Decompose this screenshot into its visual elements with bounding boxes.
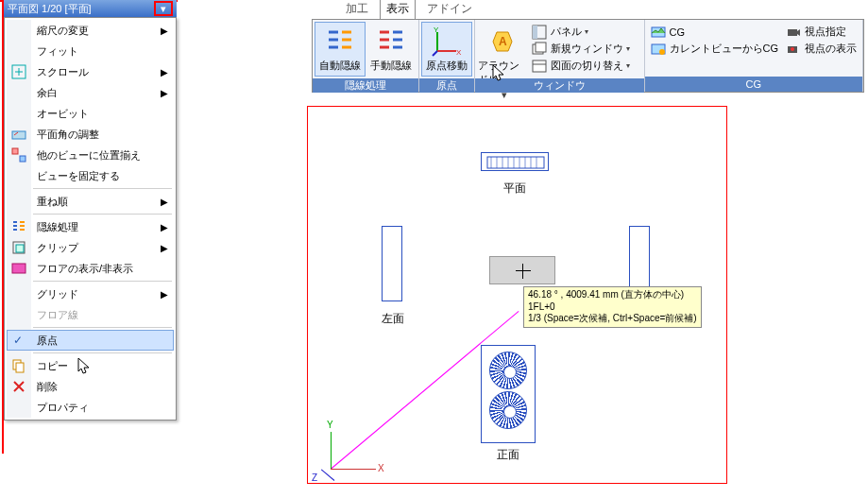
unit-plan-view: [481, 152, 549, 171]
panel-button[interactable]: パネル▾: [532, 24, 630, 40]
axis-z-label: Z: [312, 472, 317, 483]
menu-orbit[interactable]: オービット: [7, 103, 174, 124]
group-cg-label: CG: [645, 77, 863, 92]
around-view-button[interactable]: A アラウンドビュー▾: [477, 22, 528, 77]
group-window-label: ウィンドウ: [475, 78, 644, 93]
drawing-canvas[interactable]: 平面 左面 右面 46.18 ° , 4009.41 mm (直方体の中心) 1…: [307, 106, 727, 484]
unit-front-view: [481, 345, 536, 443]
menu-grid[interactable]: グリッド▶: [7, 283, 174, 304]
svg-point-19: [659, 49, 665, 55]
axis-x-label: X: [378, 463, 384, 473]
panel-icon: [532, 25, 547, 40]
menu-scale-change[interactable]: 縮尺の変更▶: [7, 20, 174, 41]
svg-rect-15: [536, 43, 546, 52]
manual-hidden-line-icon: [376, 26, 406, 57]
plan-label: 平面: [496, 180, 534, 197]
view-title-dropdown[interactable]: ▾: [154, 1, 173, 16]
auto-hidden-line-icon: [325, 26, 355, 57]
current-view-to-cg-button[interactable]: カレントビューからCG: [651, 41, 779, 57]
tab-display[interactable]: 表示: [380, 0, 416, 19]
axis-z: [321, 470, 334, 481]
camera-icon: [786, 25, 801, 40]
switch-icon: [532, 59, 547, 74]
viewpoint-spec-button[interactable]: 視点指定: [786, 24, 857, 40]
tab-processing[interactable]: 加工: [340, 0, 374, 19]
cg-icon: [651, 25, 666, 40]
menu-origin[interactable]: ✓ 原点: [7, 330, 174, 351]
menu-lock-view[interactable]: ビューを固定する: [7, 165, 174, 186]
menu-plan-angle[interactable]: 平面角の調整: [7, 124, 174, 145]
cg-button[interactable]: CG: [651, 24, 779, 40]
hidden-line-icon: [11, 219, 26, 234]
left-label: 左面: [374, 311, 412, 327]
tab-addin[interactable]: アドイン: [421, 0, 478, 19]
ribbon: 自動隠線▾ 手動隠線▾ 隠線処理 YX 原点移動 原点: [312, 19, 864, 93]
move-origin-icon: YX: [432, 26, 462, 57]
view-context-menu: 縮尺の変更▶ フィット スクロール▶ 余白▶ オービット 平面角の調整 他のビュ…: [4, 17, 177, 421]
scroll-icon: [11, 64, 26, 79]
move-origin-button[interactable]: YX 原点移動: [421, 22, 472, 77]
delete-icon: [11, 379, 26, 394]
current-view-cg-icon: [651, 42, 666, 57]
camera-eye-icon: [786, 42, 801, 57]
svg-rect-13: [533, 26, 537, 39]
menu-z-order[interactable]: 重ね順▶: [7, 191, 174, 212]
view-title: 平面図 1/20 [平面]: [8, 2, 92, 16]
svg-text:X: X: [456, 48, 462, 57]
group-origin-label: 原点: [419, 78, 474, 93]
crosshair-icon: [519, 267, 527, 275]
auto-hidden-line-button[interactable]: 自動隠線▾: [315, 22, 366, 77]
switch-drawing-button[interactable]: 図面の切り替え▾: [532, 58, 630, 74]
align-icon: [11, 147, 26, 163]
manual-hidden-line-button[interactable]: 手動隠線▾: [366, 22, 417, 77]
angle-icon: [11, 127, 26, 142]
check-icon: ✓: [13, 334, 23, 347]
menu-margin[interactable]: 余白▶: [7, 82, 174, 103]
menu-fit[interactable]: フィット: [7, 41, 174, 61]
floor-icon: [11, 261, 26, 276]
menu-scroll[interactable]: スクロール▶: [7, 61, 174, 82]
clip-icon: [11, 240, 26, 255]
svg-rect-6: [12, 264, 26, 273]
view-title-bar: 平面図 1/20 [平面] ▾: [4, 0, 177, 17]
svg-text:A: A: [499, 35, 507, 48]
around-view-icon: A: [487, 26, 518, 57]
svg-text:Y: Y: [434, 26, 439, 34]
svg-rect-16: [533, 60, 546, 72]
menu-properties[interactable]: プロパティ: [7, 397, 174, 418]
copy-icon: [11, 358, 26, 373]
unit-left-view: [382, 226, 402, 301]
menu-align-views[interactable]: 他のビューに位置揃え: [7, 145, 174, 165]
axis-x: [331, 469, 376, 470]
new-window-button[interactable]: 新規ウィンドウ▾: [532, 41, 630, 57]
axis-y-label: Y: [327, 420, 333, 430]
svg-rect-3: [20, 156, 26, 162]
svg-rect-20: [788, 29, 797, 36]
coordinate-tooltip: 46.18 ° , 4009.41 mm (直方体の中心) 1FL+0 1/3 …: [523, 286, 702, 328]
front-label: 正面: [489, 447, 527, 463]
menu-floor-line: フロア線: [7, 304, 174, 325]
menu-floor-visibility[interactable]: フロアの表示/非表示: [7, 258, 174, 279]
menu-clip[interactable]: クリップ▶: [7, 237, 174, 258]
menu-copy[interactable]: コピー: [7, 355, 174, 376]
svg-point-22: [791, 47, 794, 51]
svg-rect-8: [16, 363, 24, 372]
axis-y: [331, 432, 332, 470]
group-hidden-line-label: 隠線処理: [313, 78, 418, 93]
svg-rect-5: [16, 245, 24, 252]
svg-rect-2: [12, 148, 18, 154]
svg-rect-23: [487, 157, 544, 168]
fan-icon: [489, 391, 527, 429]
fan-icon: [489, 352, 527, 389]
viewpoint-display-button[interactable]: 視点の表示: [786, 41, 857, 57]
ribbon-tabs: 加工 表示 アドイン: [312, 0, 864, 19]
menu-hidden-line[interactable]: 隠線処理▶: [7, 216, 174, 237]
menu-delete[interactable]: 削除: [7, 376, 174, 397]
new-window-icon: [532, 42, 547, 57]
